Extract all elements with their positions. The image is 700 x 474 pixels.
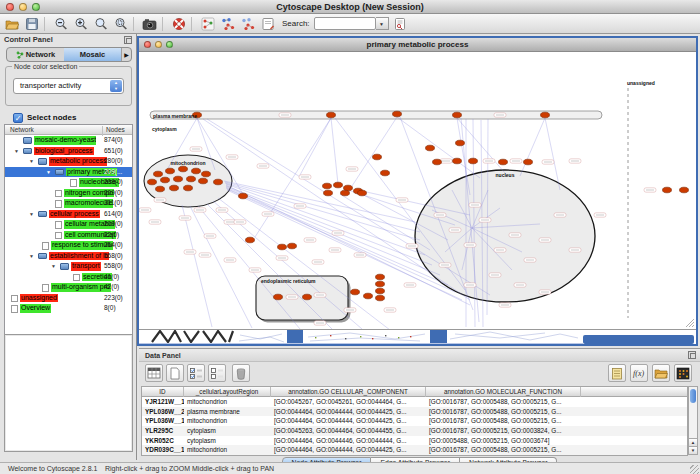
network-node[interactable] [288,243,297,249]
minimize-button[interactable] [155,41,162,48]
destroy-view-button[interactable] [239,15,256,32]
tree-row[interactable]: response to stimulu264(0) [5,240,132,251]
network-window-titlebar[interactable]: primary metabolic process [139,38,696,52]
network-node[interactable] [376,295,385,301]
tree-row[interactable]: cellular metabol209(0) [5,219,132,230]
tree-row[interactable]: ▼transport558(0) [5,261,132,272]
network-node[interactable] [274,294,283,300]
network-node[interactable] [453,112,462,118]
network-node[interactable] [202,171,211,177]
create-view-button[interactable] [219,15,236,32]
tree-row[interactable]: ▼biological_process651(0) [5,146,132,157]
scroll-up-arrow[interactable]: ▲ [689,438,697,446]
expand-triangle-icon[interactable]: ▼ [29,251,34,262]
network-canvas[interactable]: plasma membranecytoplasmmitochondrionnuc… [139,52,696,329]
network-node[interactable] [541,112,550,118]
birds-eye-view-panel[interactable] [4,334,133,452]
table-scrollbar[interactable]: ▲ ▼ [688,386,698,455]
table-column-header[interactable]: _cellularLayoutRegion [184,387,271,397]
tree-row[interactable]: cell communicat22(0) [5,230,132,241]
network-node[interactable] [680,187,689,193]
search-dropdown-button[interactable]: ▼ [376,17,389,30]
table-row[interactable]: YJR121W__1mitochondrion[GO:0045267, GO:0… [142,397,687,407]
annotation-button[interactable] [259,15,276,32]
network-node[interactable] [156,186,165,192]
network-node[interactable] [170,185,179,191]
network-node[interactable] [161,177,170,183]
unselect-attributes-button[interactable] [208,364,226,382]
network-node[interactable] [499,159,508,165]
network-node[interactable] [174,176,183,182]
minimize-button[interactable] [19,3,27,11]
table-row[interactable]: YDR039C__1mitochondrion[GO:0044464, GO:0… [142,445,687,455]
network-node[interactable] [246,237,255,243]
expand-triangle-icon[interactable]: ▼ [29,156,34,167]
table-column-header[interactable]: annotation.GO CELLULAR_COMPONENT [271,387,426,397]
zoom-button[interactable] [166,41,173,48]
network-node[interactable] [376,288,385,294]
enhanced-search-button[interactable] [392,15,409,32]
network-node[interactable] [351,289,360,295]
tree-row[interactable]: ▼metabolic process280(0) [5,156,132,167]
network-node[interactable] [524,159,533,165]
expand-triangle-icon[interactable]: ▼ [29,209,34,220]
select-nodes-checkbox[interactable]: ✓ [13,113,23,123]
attribute-table-button[interactable] [145,364,163,382]
network-node[interactable] [166,168,175,174]
network-node[interactable] [373,154,382,160]
network-node[interactable] [376,281,385,287]
tree-row[interactable]: unassigned223(0) [5,293,132,304]
network-node[interactable] [327,112,336,118]
network-node[interactable] [376,274,385,280]
table-row[interactable]: YPL036W__2plasma membrane[GO:0044464, GO… [142,407,687,417]
tree-row[interactable]: nucleobase-209(0) [5,177,132,188]
tree-row[interactable]: nitrogen compo209(0) [5,188,132,199]
network-node[interactable] [278,244,287,250]
network-node[interactable] [148,179,157,185]
zoom-fit-button[interactable] [112,15,129,32]
tree-row[interactable]: mosaic-demo-yeast874(0) [5,135,132,146]
new-attribute-button[interactable] [166,364,184,382]
network-node[interactable] [456,140,465,146]
tree-row[interactable]: secretion41(0) [5,272,132,283]
create-network-button[interactable] [199,15,216,32]
tree-row[interactable]: ▼cellular process614(0) [5,209,132,220]
network-node[interactable] [341,190,350,196]
network-node[interactable] [239,193,248,199]
close-button[interactable] [6,3,14,11]
network-node[interactable] [192,168,201,174]
network-node[interactable] [433,159,442,165]
delete-attribute-button[interactable] [232,364,250,382]
zoom-out-button[interactable] [52,15,69,32]
snapshot-button[interactable] [141,15,158,32]
open-file-button[interactable] [3,15,20,32]
network-node[interactable] [323,183,332,189]
attribute-notes-button[interactable] [608,364,626,382]
search-input[interactable] [314,17,376,30]
network-node[interactable] [358,190,367,196]
help-button[interactable] [170,15,187,32]
expand-triangle-icon[interactable]: ▼ [46,167,51,178]
float-panel-icon[interactable] [688,351,696,359]
tree-row[interactable]: ▼establishment of lo558(0) [5,251,132,262]
close-button[interactable] [144,41,151,48]
network-node[interactable] [469,158,478,164]
import-attributes-button[interactable] [652,364,670,382]
zoom-in-button[interactable] [72,15,89,32]
scroll-down-arrow[interactable]: ▼ [689,446,697,454]
select-attributes-button[interactable] [187,364,205,382]
network-node[interactable] [324,190,333,196]
table-row[interactable]: YPL036W__1mitochondrion[GO:0044464, GO:0… [142,416,687,426]
zoom-selected-button[interactable] [92,15,109,32]
network-node[interactable] [393,111,402,117]
network-node[interactable] [426,145,435,151]
network-node[interactable] [453,158,462,164]
tab-mosaic[interactable]: Mosaic [64,48,121,61]
zoom-button[interactable] [32,3,40,11]
network-node[interactable] [184,185,193,191]
attribute-matrix-button[interactable] [674,364,692,382]
network-node[interactable] [334,182,343,188]
scrollbar-thumb[interactable] [690,389,696,403]
table-column-header[interactable]: annotation.GO MOLECULAR_FUNCTION [426,387,581,397]
network-node[interactable] [154,171,163,177]
